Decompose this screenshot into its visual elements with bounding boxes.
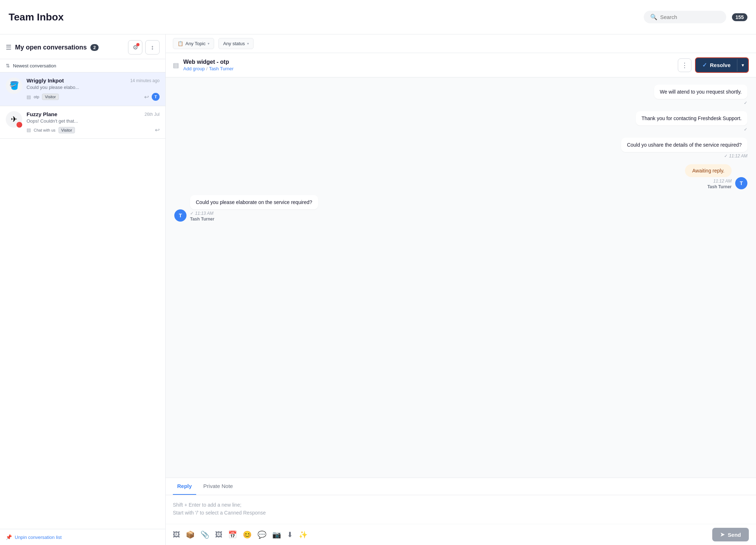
conv-name: Wriggly Inkpot (27, 77, 64, 84)
resolve-button[interactable]: ✓ Resolve ▾ (695, 57, 749, 73)
sort-button[interactable]: ↕ (145, 40, 160, 54)
msg-check: ✓ (744, 100, 747, 105)
search-box[interactable]: 🔍 (644, 11, 726, 23)
breadcrumb-slash: / (206, 66, 208, 71)
message-bubble: Could yo ushare the details of the servi… (621, 138, 747, 152)
conv-reply-icon: ↩ (144, 94, 149, 100)
conv-name: Fuzzy Plane (27, 111, 57, 117)
app-title: Team Inbox (9, 11, 174, 23)
msg-check: ✓ (190, 211, 194, 216)
tab-reply[interactable]: Reply (173, 478, 196, 495)
more-icon: ⋮ (681, 61, 688, 69)
resolve-label: Resolve (710, 62, 731, 68)
add-group-link[interactable]: Add group (183, 66, 205, 71)
notification-badge: 155 (732, 13, 747, 21)
msg-time: 11:13 AM (195, 211, 213, 216)
message-row: Could yo ushare the details of the servi… (174, 138, 747, 158)
status-chevron-icon: ▾ (247, 42, 249, 46)
tab-private-note[interactable]: Private Note (199, 478, 237, 495)
send-button[interactable]: ➤ Send (712, 528, 749, 541)
instagram-icon[interactable]: 📷 (272, 530, 281, 539)
status-filter-label: Any status (223, 41, 245, 46)
resolve-main[interactable]: ✓ Resolve (696, 58, 737, 72)
chat-main: 📋 Any Topic ▾ Any status ▾ ▤ Web widget … (166, 34, 756, 545)
conv-time: 26th Jul (145, 112, 160, 117)
conv-tag: Chat with us (34, 128, 56, 132)
chat-header: ▤ Web widget - otp Add group / Tash Turn… (166, 53, 756, 77)
conv-badge: Visitor (58, 127, 75, 133)
sort-row[interactable]: ⇅ Newest conversation (0, 59, 165, 72)
avatar: 🪣 (6, 77, 22, 94)
msg-check: ✓ (744, 127, 747, 132)
message-bubble: Could you please elaborate on the servic… (190, 195, 318, 209)
sort-label: Newest conversation (13, 63, 56, 68)
unpin-icon: 📌 (6, 534, 12, 540)
conversation-list: 🪣 Wriggly Inkpot 14 minutes ago Could yo… (0, 72, 165, 529)
search-input[interactable] (660, 14, 720, 20)
conv-channel-icon: ▤ (27, 94, 31, 100)
avatar: ✈ 🚫 (6, 111, 22, 128)
search-icon: 🔍 (650, 14, 657, 20)
msg-time: 11:12 AM (713, 179, 732, 184)
list-item[interactable]: 🪣 Wriggly Inkpot 14 minutes ago Could yo… (0, 72, 165, 106)
conv-reply-icon: ↩ (155, 127, 160, 133)
conv-channel-icon: ▤ (27, 127, 31, 133)
filter-dot (136, 43, 140, 46)
avatar: T (735, 177, 747, 189)
resolve-dropdown-icon: ▾ (742, 63, 744, 68)
chat-widget-icon: ▤ (173, 61, 179, 69)
message-row: Awaiting reply. 11:12 AM Tash Turner T (174, 164, 747, 189)
msg-sender: Tash Turner (685, 184, 732, 189)
image-upload-icon[interactable]: 🖼 (173, 531, 180, 539)
msg-sender: Tash Turner (190, 217, 318, 222)
inbox-count-badge: 2 (90, 44, 99, 51)
topic-chevron-icon: ▾ (208, 42, 209, 46)
conv-assignee-avatar: T (152, 93, 160, 101)
message-row: Thank you for contacting Freshdesk Suppo… (174, 111, 747, 132)
list-item[interactable]: ✈ 🚫 Fuzzy Plane 26th Jul Oops! Couldn't … (0, 106, 165, 139)
conv-preview: Oops! Couldn't get that... (27, 118, 160, 124)
message-bubble: Awaiting reply. (685, 164, 732, 177)
conv-time: 14 minutes ago (130, 78, 160, 83)
sort-icon: ↕ (151, 44, 154, 51)
send-icon: ➤ (720, 531, 725, 538)
emoji-icon[interactable]: 😊 (243, 530, 252, 539)
conv-preview: Could you please elabo... (27, 85, 160, 90)
msg-time: 11:12 AM (729, 153, 747, 158)
conv-tag: otp (34, 95, 39, 99)
status-filter[interactable]: Any status ▾ (218, 38, 254, 49)
sidebar: ☰ My open conversations 2 ⚙ ↕ ⇅ Newest c… (0, 34, 166, 545)
message-row: T Could you please elaborate on the serv… (174, 195, 747, 222)
reply-area: Reply Private Note Shift + Enter to add … (166, 478, 756, 545)
filter-button[interactable]: ⚙ (128, 40, 142, 54)
topic-filter-label: Any Topic (185, 41, 205, 46)
messages-area: We will atend to you rrequest shortly. ✓… (166, 77, 756, 478)
attachment-icon[interactable]: 📎 (200, 530, 209, 539)
send-label: Send (728, 532, 741, 538)
reply-toolbar: 🖼 📦 📎 🖼 📅 😊 💬 📷 ⬇ ✨ ➤ Send (166, 524, 756, 545)
topic-icon: 📋 (178, 41, 183, 46)
photo-icon[interactable]: 🖼 (215, 531, 222, 539)
filter-bar: 📋 Any Topic ▾ Any status ▾ (166, 34, 756, 53)
msg-check: ✓ (724, 153, 728, 158)
hamburger-icon: ☰ (6, 43, 11, 51)
calendar-icon[interactable]: 📅 (228, 530, 237, 539)
box-icon[interactable]: 📦 (186, 530, 195, 539)
more-options-button[interactable]: ⋮ (678, 58, 691, 72)
inbox-label: My open conversations (15, 44, 87, 51)
assignee-name[interactable]: Tash Turner (209, 66, 234, 71)
resolve-check-icon: ✓ (702, 62, 707, 68)
reply-input[interactable]: Shift + Enter to add a new line; Start w… (166, 495, 756, 524)
unpin-label: Unpin conversation list (15, 535, 62, 540)
chat-title: Web widget - otp (183, 59, 233, 65)
avatar: T (174, 209, 186, 222)
canned-response-icon[interactable]: 💬 (257, 530, 266, 539)
resolve-dropdown[interactable]: ▾ (737, 59, 748, 71)
ai-icon[interactable]: ✨ (299, 530, 308, 539)
message-bubble: We will atend to you rrequest shortly. (654, 85, 747, 99)
unpin-button[interactable]: 📌 Unpin conversation list (0, 529, 165, 545)
download-icon[interactable]: ⬇ (287, 530, 293, 539)
message-bubble: Thank you for contacting Freshdesk Suppo… (636, 111, 747, 125)
topic-filter[interactable]: 📋 Any Topic ▾ (173, 38, 214, 49)
sort-arrows-icon: ⇅ (6, 63, 10, 68)
